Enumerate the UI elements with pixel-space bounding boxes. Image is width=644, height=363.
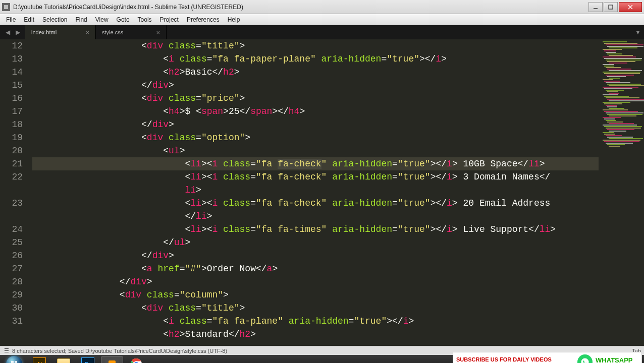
line-number: [0, 328, 23, 341]
code-line: <i class="fa fa-paper-plane" aria-hidden…: [32, 52, 599, 66]
line-number: 14: [0, 66, 23, 79]
menu-preferences[interactable]: Preferences: [183, 15, 224, 24]
minimap-line: [607, 137, 633, 138]
whatsapp-icon: [577, 354, 593, 363]
line-number: 30: [0, 301, 23, 315]
menu-tools[interactable]: Tools: [134, 15, 156, 24]
minimap-line: [604, 96, 629, 97]
menu-project[interactable]: Project: [156, 15, 183, 24]
editor: 1213141516171819202122232425262728293031…: [0, 39, 644, 346]
taskbar-app-chrome[interactable]: [125, 356, 147, 363]
promo-headline: SUBSCRIBE US FOR DAILY VIDEOS: [456, 356, 574, 362]
menu-view[interactable]: View: [91, 15, 113, 24]
minimize-button[interactable]: [588, 2, 603, 12]
nav-back-icon[interactable]: ◀: [3, 28, 12, 37]
code-line: <div class="column">: [32, 288, 599, 301]
minimap-line: [606, 105, 617, 106]
taskbar-app-illustrator[interactable]: Ai: [28, 356, 50, 363]
close-button[interactable]: [619, 2, 642, 12]
nav-forward-icon[interactable]: ▶: [13, 28, 22, 37]
tab-close-icon[interactable]: ×: [146, 29, 160, 36]
minimap-line: [606, 82, 630, 83]
minimap-line: [606, 128, 641, 129]
minimap-line: [609, 123, 634, 124]
minimap-line: [607, 129, 634, 130]
minimap-line: [604, 141, 639, 142]
tab-close-icon[interactable]: ×: [75, 29, 89, 36]
minimap-line: [609, 55, 633, 56]
code-line: <i class="fa fa-plane" aria-hidden="true…: [32, 315, 599, 328]
code-line: <li><i class="fa fa-check" aria-hidden="…: [32, 157, 599, 170]
menu-find[interactable]: Find: [71, 15, 91, 24]
code-area[interactable]: <div class="title"> <i class="fa fa-pape…: [28, 39, 599, 346]
minimap-line: [604, 81, 620, 82]
tab-style-css[interactable]: style.css×: [96, 25, 167, 39]
tab-nav: ◀ ▶: [0, 25, 25, 39]
menu-edit[interactable]: Edit: [20, 15, 38, 24]
menubar: FileEditSelectionFindViewGotoToolsProjec…: [0, 14, 644, 25]
svg-rect-6: [15, 361, 17, 363]
minimap-line: [603, 72, 640, 73]
taskbar-app-photoshop[interactable]: Ps: [77, 356, 99, 363]
minimap-line: [604, 88, 632, 89]
tab-overflow-icon[interactable]: ▼: [632, 25, 644, 39]
code-line: </div>: [32, 118, 599, 131]
app-icon: [2, 3, 10, 11]
minimap-line: [607, 122, 623, 123]
minimap-line: [603, 140, 640, 141]
minimap-line: [609, 85, 644, 86]
code-line: <h2>Basic</h2>: [32, 66, 599, 79]
minimap-line: [607, 46, 643, 47]
code-line: <div class="title">: [32, 301, 599, 315]
minimap-line: [604, 50, 616, 51]
start-button[interactable]: [2, 355, 26, 363]
status-icon: ☰: [3, 347, 10, 354]
code-line: <li><i class="fa fa-check" aria-hidden="…: [32, 197, 599, 210]
minimap-line: [609, 108, 624, 109]
minimap-line: [606, 90, 624, 91]
taskbar-app-sublime[interactable]: [101, 356, 123, 363]
line-number: 17: [0, 105, 23, 118]
minimap-line: [604, 66, 614, 67]
minimap-line: [607, 99, 644, 100]
minimap-line: [609, 47, 637, 48]
svg-rect-2: [609, 5, 613, 9]
line-number: 22: [0, 170, 23, 184]
line-number: 15: [0, 79, 23, 92]
minimap-line: [609, 78, 620, 79]
minimap-line: [604, 103, 622, 104]
line-number: 24: [0, 223, 23, 236]
line-number: 21: [0, 157, 23, 170]
menu-help[interactable]: Help: [224, 15, 244, 24]
svg-rect-0: [4, 5, 8, 9]
code-line: <ul>: [32, 144, 599, 157]
line-number: 23: [0, 197, 23, 210]
minimap-line: [604, 111, 638, 112]
tab-label: index.html: [31, 29, 57, 35]
minimap[interactable]: [599, 39, 644, 346]
line-number: 26: [0, 249, 23, 262]
minimap-line: [606, 143, 633, 144]
code-line: <h4>$ <span>25</span></h4>: [32, 105, 599, 118]
whatsapp-title: WHATSAPP: [596, 357, 638, 364]
minimap-line: [603, 109, 628, 110]
taskbar-app-explorer[interactable]: [52, 356, 75, 363]
tab-index-html[interactable]: index.html×: [25, 25, 96, 39]
code-line: <li><i class="fa fa-times" aria-hidden="…: [32, 223, 599, 236]
line-number: 28: [0, 275, 23, 288]
minimap-line: [604, 126, 642, 127]
menu-selection[interactable]: Selection: [38, 15, 71, 24]
minimap-line: [606, 44, 643, 45]
menu-file[interactable]: File: [2, 15, 20, 24]
minimap-line: [607, 69, 631, 70]
minimap-line: [609, 115, 636, 116]
minimap-line: [607, 114, 642, 115]
code-line: <div class="option">: [32, 131, 599, 144]
menu-goto[interactable]: Goto: [113, 15, 134, 24]
window-titlebar: D:\youtube Tutorials\PriceCardUiDesign\i…: [0, 0, 644, 14]
code-line: </div>: [32, 79, 599, 92]
minimap-line: [603, 87, 638, 88]
code-line: </li>: [32, 210, 599, 223]
maximize-button[interactable]: [604, 2, 618, 12]
minimap-line: [607, 106, 617, 107]
